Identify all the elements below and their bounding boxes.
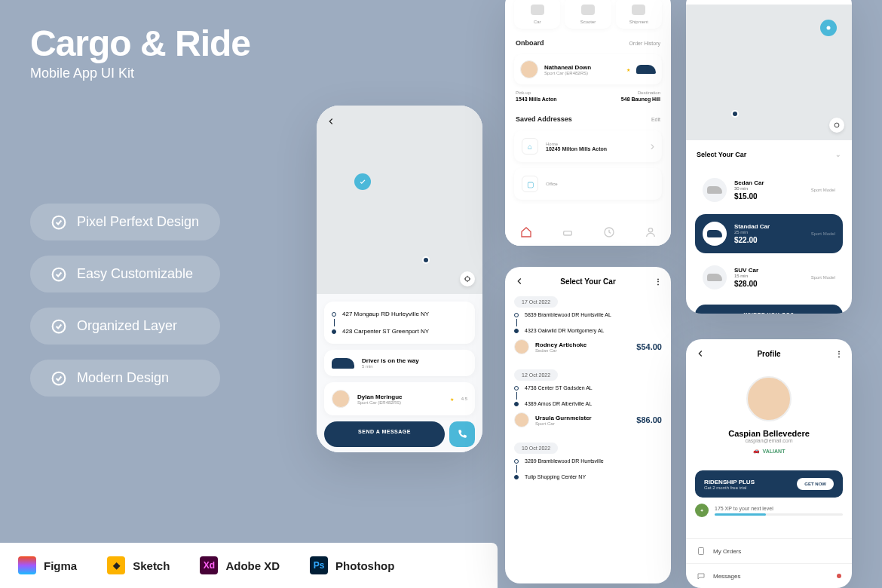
hero-subtitle: Mobile App UI Kit — [30, 66, 250, 81]
car-option-sedan[interactable]: Sedan Car30 min$15.00 Sport Model — [695, 170, 843, 210]
destination-pin-icon — [731, 110, 739, 118]
crosshair-icon — [464, 275, 471, 283]
menu-orders[interactable]: My Orders — [686, 538, 852, 563]
scooter-icon — [581, 5, 595, 15]
svg-rect-5 — [563, 231, 571, 235]
profile-info: Caspian Bellevedere caspian@email.com 🚗V… — [686, 366, 852, 464]
truck-icon — [632, 5, 645, 15]
locate-button[interactable] — [829, 118, 844, 133]
tab-shipment[interactable]: Shipment — [616, 0, 662, 29]
route-card: 427 Mongaup RD Hurleyville NY 428 Carpen… — [324, 302, 475, 344]
level-badge-icon: ✦ — [695, 504, 709, 517]
svg-rect-10 — [699, 548, 704, 555]
feature-pill: Modern Design — [30, 360, 220, 397]
phone-icon — [457, 429, 467, 439]
origin-address: 427 Mongaup RD Hurleyville NY — [342, 311, 429, 317]
driver-avatar — [332, 390, 350, 408]
chevron-down-icon[interactable]: ⌄ — [835, 151, 841, 158]
menu-messages[interactable]: Messages — [686, 563, 852, 588]
onboard-header: OnboardOrder History — [505, 33, 671, 51]
edit-link[interactable]: Edit — [651, 117, 660, 122]
screen-header: Profile ⋮ — [686, 339, 852, 366]
rider-avatar — [514, 412, 529, 427]
car-icon — [703, 178, 727, 202]
check-icon — [51, 215, 66, 230]
phone-home: Car Scooter Shipment OnboardOrder Histor… — [505, 0, 671, 246]
orders-icon — [697, 547, 706, 556]
tool-xd: XdAdobe XD — [200, 556, 280, 574]
back-button[interactable] — [326, 115, 339, 128]
call-button[interactable] — [449, 421, 475, 447]
onboard-driver[interactable]: Nathaneal DownSport Car (ER482RS) ★ — [514, 54, 662, 84]
get-now-button[interactable]: GET NOW — [797, 478, 834, 490]
car-icon — [531, 5, 544, 15]
bottom-nav — [505, 219, 671, 246]
back-button[interactable] — [514, 276, 525, 288]
nav-profile-icon[interactable] — [645, 226, 657, 238]
send-message-button[interactable]: SEND A MESSAGE — [324, 421, 445, 447]
history-link[interactable]: Order History — [629, 41, 660, 46]
phone-select-car: Select Your Car Select Your Car⌄ Sedan C… — [686, 0, 852, 314]
profile-avatar[interactable] — [746, 376, 792, 421]
select-car-header: Select Your Car⌄ — [686, 140, 852, 166]
trip-item[interactable]: 5839 Bramblewood DR Huntsville AL 4323 O… — [514, 311, 662, 359]
car-icon — [703, 265, 727, 289]
driver-card[interactable]: Dylan Meringue Sport Car (ER482RS) ★ 4.5 — [324, 382, 475, 415]
xp-progress: ✦ 175 XP to your next level — [695, 504, 843, 517]
car-icon — [636, 65, 656, 74]
back-button[interactable] — [695, 348, 706, 360]
origin-pin-icon — [354, 173, 371, 190]
car-icon: 🚗 — [753, 448, 760, 454]
tab-scooter[interactable]: Scooter — [565, 0, 611, 29]
xd-icon: Xd — [200, 556, 218, 574]
figma-icon — [18, 556, 36, 574]
home-icon: ⌂ — [522, 138, 538, 155]
trip-price: $54.00 — [636, 342, 662, 351]
screen-title: Profile — [757, 350, 780, 358]
profile-email: caspian@email.com — [697, 438, 841, 443]
ridenship-plus-card[interactable]: RIDENSHIP PLUSGet 2 month free trial GET… — [695, 470, 843, 498]
sketch-icon: ◆ — [107, 556, 125, 574]
driver-status: Driver is on the way — [362, 357, 467, 364]
car-icon — [703, 222, 727, 246]
locate-button[interactable] — [460, 271, 475, 286]
valiant-badge: 🚗VALIANT — [697, 448, 841, 454]
date-badge: 12 Oct 2022 — [514, 369, 558, 381]
nav-history-icon[interactable] — [603, 226, 615, 238]
car-option-standard[interactable]: Standad Car25 min$22.00 Sport Model — [695, 214, 843, 253]
nav-car-icon[interactable] — [562, 226, 574, 238]
rider-avatar — [514, 339, 529, 354]
svg-point-8 — [827, 26, 831, 30]
address-home[interactable]: ⌂ Home10245 Milton Mills Acton › — [514, 130, 662, 162]
map-view[interactable] — [317, 106, 482, 294]
hero-text: Cargo & Ride Mobile App UI Kit — [30, 23, 250, 81]
driver-avatar — [520, 60, 538, 78]
driver-vehicle: Sport Car (ER482RS) — [357, 400, 443, 405]
screen-title: Select Your Car — [560, 277, 616, 286]
origin-pin-icon — [820, 20, 837, 36]
map-view[interactable] — [686, 5, 852, 140]
route-connector — [334, 319, 335, 326]
saved-header: Saved AddressesEdit — [505, 109, 671, 127]
nav-home-icon[interactable] — [520, 226, 532, 238]
date-badge: 10 Oct 2022 — [514, 443, 558, 454]
trip-item[interactable]: 3289 Bramblewood DR Huntsville Tulip Sho… — [514, 457, 662, 481]
more-button[interactable]: ⋮ — [654, 277, 662, 286]
tab-car[interactable]: Car — [514, 0, 560, 29]
dest-address: 428 Carpenter ST Greenport NY — [342, 328, 429, 335]
trip-price: $86.00 — [636, 415, 662, 424]
trip-item[interactable]: 4738 Center ST Gadsden AL 4389 Amos DR A… — [514, 384, 662, 432]
car-icon — [332, 358, 354, 369]
rating-stars: ★ — [450, 397, 454, 402]
where-you-go-button[interactable]: WHERE YOU GO? — [695, 305, 843, 314]
ps-icon: Ps — [310, 556, 328, 574]
address-office[interactable]: ▢ Office — [514, 168, 662, 200]
destination-value: 548 Bauneg Hill — [588, 96, 660, 102]
feature-pill: Easy Customizable — [30, 256, 220, 292]
more-button[interactable]: ⋮ — [835, 350, 843, 358]
eta-text: 5 min — [362, 364, 467, 369]
car-option-suv[interactable]: SUV Car15 min$28.00 Sport Model — [695, 258, 843, 297]
pickup-value: 1543 Mills Acton — [516, 96, 588, 102]
feature-pill: Pixel Perfext Design — [30, 204, 220, 240]
tool-sketch: ◆Sketch — [107, 556, 170, 574]
